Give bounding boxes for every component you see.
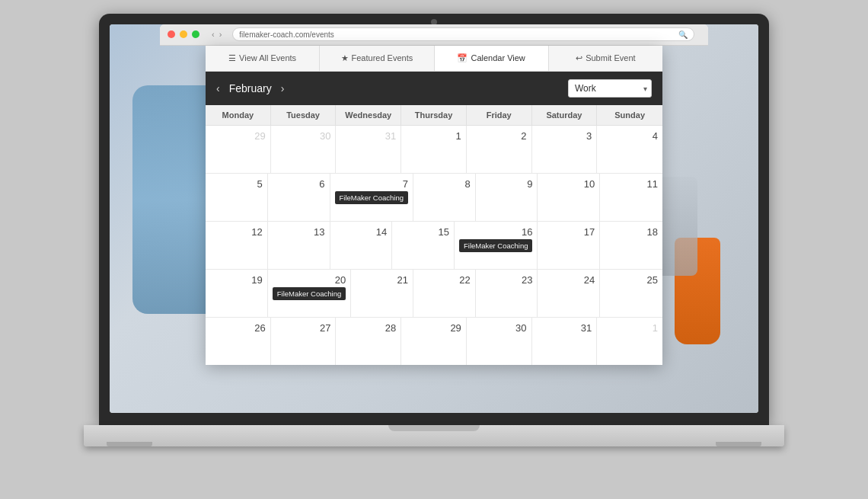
calendar-week-4: 1920FileMaker Coaching2122232425 bbox=[206, 270, 662, 318]
day-number: 10 bbox=[542, 178, 595, 190]
browser-url-bar[interactable]: filemaker-coach.com/events 🔍 bbox=[232, 27, 694, 41]
traffic-light-yellow[interactable] bbox=[180, 30, 187, 38]
laptop-notch bbox=[388, 425, 480, 431]
category-select[interactable]: Work Personal All bbox=[568, 79, 652, 98]
tab-featured[interactable]: ★ Featured Events bbox=[320, 46, 434, 71]
calendar-day[interactable]: 27 bbox=[271, 318, 337, 365]
day-number: 13 bbox=[273, 226, 325, 238]
day-number: 9 bbox=[480, 178, 533, 190]
tab-view-all-label: View All Events bbox=[239, 53, 296, 62]
calendar-week-1: 2930311234 bbox=[206, 126, 662, 174]
calendar-day[interactable]: 19 bbox=[206, 270, 268, 317]
calendar-tabs: ☰ View All Events ★ Featured Events 📅 Ca… bbox=[206, 46, 662, 72]
submit-icon: ↩ bbox=[576, 53, 582, 63]
tab-calendar-label: Calendar View bbox=[471, 53, 525, 62]
calendar-day[interactable]: 7FileMaker Coaching bbox=[330, 174, 413, 221]
day-number: 17 bbox=[542, 226, 595, 238]
calendar-day[interactable]: 5 bbox=[206, 174, 268, 221]
event-badge[interactable]: FileMaker Coaching bbox=[459, 239, 532, 252]
laptop-foot-right bbox=[716, 442, 761, 446]
browser-nav-controls: ‹ › bbox=[212, 30, 222, 39]
day-number: 16 bbox=[459, 226, 532, 238]
day-number: 2 bbox=[471, 130, 527, 142]
day-number: 1 bbox=[602, 322, 658, 334]
calendar-day[interactable]: 3 bbox=[532, 126, 598, 173]
tab-view-all[interactable]: ☰ View All Events bbox=[206, 46, 320, 71]
calendar-day[interactable]: 4 bbox=[597, 126, 662, 173]
laptop: ‹ › filemaker-coach.com/events 🔍 ☰ View … bbox=[61, 14, 807, 486]
current-month-label: February bbox=[229, 82, 272, 94]
calendar-day[interactable]: 28 bbox=[336, 318, 401, 365]
calendar-day[interactable]: 1 bbox=[401, 126, 467, 173]
calendar-day[interactable]: 21 bbox=[351, 270, 413, 317]
day-number: 20 bbox=[273, 274, 346, 286]
calendar-day[interactable]: 16FileMaker Coaching bbox=[455, 222, 538, 269]
laptop-base bbox=[84, 425, 784, 446]
category-select-wrapper[interactable]: Work Personal All bbox=[568, 79, 652, 98]
day-number: 29 bbox=[210, 130, 266, 142]
day-header-saturday: Saturday bbox=[532, 105, 598, 125]
day-number: 19 bbox=[210, 274, 263, 286]
calendar-day[interactable]: 31 bbox=[532, 318, 598, 365]
calendar-day[interactable]: 11 bbox=[600, 174, 662, 221]
calendar-day[interactable]: 31 bbox=[336, 126, 401, 173]
event-badge[interactable]: FileMaker Coaching bbox=[273, 287, 346, 300]
calendar-week-2: 567FileMaker Coaching891011 bbox=[206, 174, 662, 222]
calendar-day[interactable]: 24 bbox=[538, 270, 600, 317]
calendar-day[interactable]: 14 bbox=[330, 222, 393, 269]
screen-bezel: ‹ › filemaker-coach.com/events 🔍 ☰ View … bbox=[99, 14, 769, 425]
day-number: 5 bbox=[210, 178, 263, 190]
tab-calendar[interactable]: 📅 Calendar View bbox=[435, 46, 549, 71]
calendar-day[interactable]: 23 bbox=[476, 270, 538, 317]
calendar-icon: 📅 bbox=[457, 53, 468, 63]
calendar-grid: Monday Tuesday Wednesday Thursday Friday… bbox=[206, 105, 662, 365]
prev-month-button[interactable]: ‹ bbox=[216, 82, 220, 94]
day-number: 15 bbox=[397, 226, 449, 238]
calendar-day[interactable]: 8 bbox=[413, 174, 476, 221]
calendar-day[interactable]: 15 bbox=[392, 222, 455, 269]
calendar-weeks: 2930311234567FileMaker Coaching891011121… bbox=[206, 126, 662, 365]
day-header-sunday: Sunday bbox=[597, 105, 662, 125]
tab-featured-label: Featured Events bbox=[352, 53, 413, 62]
tab-submit-label: Submit Event bbox=[586, 53, 635, 62]
calendar-week-5: 2627282930311 bbox=[206, 318, 662, 365]
screen: ‹ › filemaker-coach.com/events 🔍 ☰ View … bbox=[110, 24, 758, 413]
calendar-day[interactable]: 2 bbox=[467, 126, 532, 173]
calendar-day[interactable]: 1 bbox=[597, 318, 662, 365]
calendar-day[interactable]: 17 bbox=[538, 222, 600, 269]
day-number: 4 bbox=[602, 130, 658, 142]
calendar-day[interactable]: 29 bbox=[401, 318, 467, 365]
next-month-button[interactable]: › bbox=[281, 82, 285, 94]
calendar-day[interactable]: 10 bbox=[538, 174, 600, 221]
calendar-week-3: 1213141516FileMaker Coaching1718 bbox=[206, 222, 662, 270]
calendar-day[interactable]: 18 bbox=[600, 222, 662, 269]
calendar-day[interactable]: 12 bbox=[206, 222, 268, 269]
calendar-widget: ☰ View All Events ★ Featured Events 📅 Ca… bbox=[206, 46, 662, 365]
event-badge[interactable]: FileMaker Coaching bbox=[335, 191, 408, 204]
calendar-day[interactable]: 25 bbox=[600, 270, 662, 317]
calendar-day[interactable]: 29 bbox=[206, 126, 271, 173]
traffic-light-green[interactable] bbox=[192, 30, 199, 38]
browser-forward-button[interactable]: › bbox=[219, 30, 222, 39]
featured-icon: ★ bbox=[341, 53, 349, 63]
day-number: 7 bbox=[335, 178, 408, 190]
calendar-day[interactable]: 26 bbox=[206, 318, 271, 365]
day-number: 23 bbox=[480, 274, 533, 286]
day-number: 18 bbox=[605, 226, 658, 238]
browser-back-button[interactable]: ‹ bbox=[212, 30, 215, 39]
tab-submit[interactable]: ↩ Submit Event bbox=[549, 46, 662, 71]
calendar-day[interactable]: 22 bbox=[413, 270, 476, 317]
day-number: 27 bbox=[276, 322, 331, 334]
calendar-day[interactable]: 20FileMaker Coaching bbox=[268, 270, 351, 317]
calendar-day[interactable]: 6 bbox=[268, 174, 330, 221]
calendar-day[interactable]: 9 bbox=[476, 174, 538, 221]
calendar-day[interactable]: 30 bbox=[467, 318, 532, 365]
day-number: 26 bbox=[210, 322, 266, 334]
traffic-light-red[interactable] bbox=[168, 30, 175, 38]
calendar-day[interactable]: 30 bbox=[271, 126, 337, 173]
calendar-day[interactable]: 13 bbox=[268, 222, 330, 269]
day-header-friday: Friday bbox=[467, 105, 532, 125]
browser-titlebar: ‹ › filemaker-coach.com/events 🔍 bbox=[160, 24, 708, 46]
calendar-header: ‹ February › Work Personal All bbox=[206, 72, 662, 105]
day-header-wednesday: Wednesday bbox=[336, 105, 401, 125]
